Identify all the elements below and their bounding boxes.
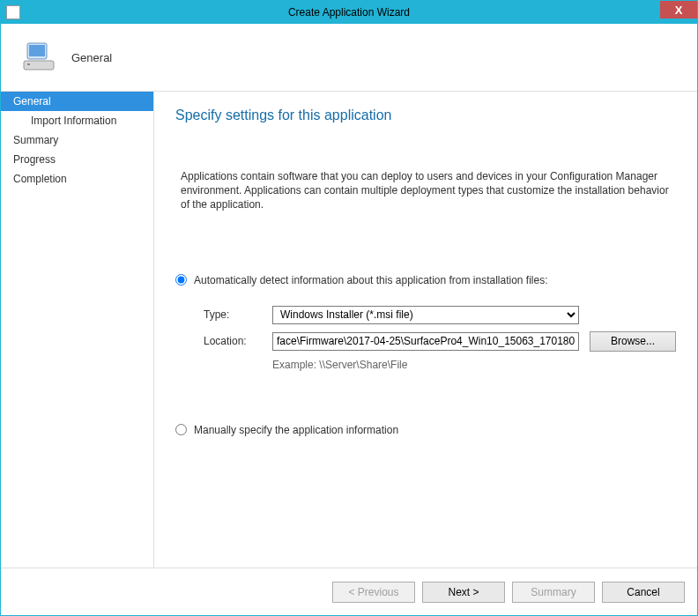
manual-row: Manually specify the application informa… [175, 424, 676, 436]
auto-detect-row: Automatically detect information about t… [175, 274, 676, 286]
close-button[interactable]: X [660, 1, 697, 19]
next-button[interactable]: Next > [422, 582, 505, 603]
header-label: General [71, 51, 112, 64]
sidebar-item-label: General [13, 95, 51, 108]
sidebar-item-general[interactable]: General [1, 92, 153, 111]
main-panel: Specify settings for this application Ap… [154, 91, 697, 569]
sidebar-item-label: Summary [13, 134, 58, 146]
cancel-button[interactable]: Cancel [602, 582, 685, 603]
location-label: Location: [204, 335, 272, 347]
app-icon [6, 5, 20, 19]
header: General [1, 24, 697, 91]
page-description: Applications contain software that you c… [175, 169, 676, 212]
body: General Import Information Summary Progr… [1, 91, 697, 569]
footer: < Previous Next > Summary Cancel [1, 568, 697, 615]
browse-button[interactable]: Browse... [590, 331, 676, 352]
sidebar-item-import-information[interactable]: Import Information [1, 111, 153, 130]
summary-button: Summary [512, 582, 595, 603]
sidebar-item-progress[interactable]: Progress [1, 150, 153, 169]
sidebar-item-summary[interactable]: Summary [1, 130, 153, 150]
sidebar-item-completion[interactable]: Completion [1, 169, 153, 189]
install-file-form: Type: Windows Installer (*.msi file) Loc… [204, 306, 676, 371]
location-input[interactable] [272, 332, 579, 351]
location-row: Location: Browse... [204, 331, 676, 352]
computer-icon [20, 38, 59, 77]
wizard-window: Create Application Wizard X General Gene… [0, 0, 698, 616]
svg-rect-1 [29, 45, 45, 56]
sidebar: General Import Information Summary Progr… [1, 91, 154, 569]
sidebar-item-label: Progress [13, 153, 56, 166]
manual-label[interactable]: Manually specify the application informa… [194, 424, 398, 436]
previous-button: < Previous [332, 582, 415, 603]
manual-radio[interactable] [175, 424, 187, 435]
sidebar-item-label: Import Information [31, 115, 116, 127]
svg-rect-3 [27, 63, 30, 65]
type-row: Type: Windows Installer (*.msi file) [204, 306, 676, 324]
auto-detect-label[interactable]: Automatically detect information about t… [194, 274, 548, 286]
titlebar: Create Application Wizard X [1, 1, 697, 24]
auto-detect-radio[interactable] [175, 274, 187, 286]
type-select[interactable]: Windows Installer (*.msi file) [272, 306, 579, 324]
page-title: Specify settings for this application [175, 108, 676, 123]
type-label: Type: [204, 308, 272, 321]
window-title: Create Application Wizard [288, 6, 410, 19]
example-text: Example: \\Server\Share\File [272, 359, 676, 371]
sidebar-item-label: Completion [13, 173, 67, 185]
